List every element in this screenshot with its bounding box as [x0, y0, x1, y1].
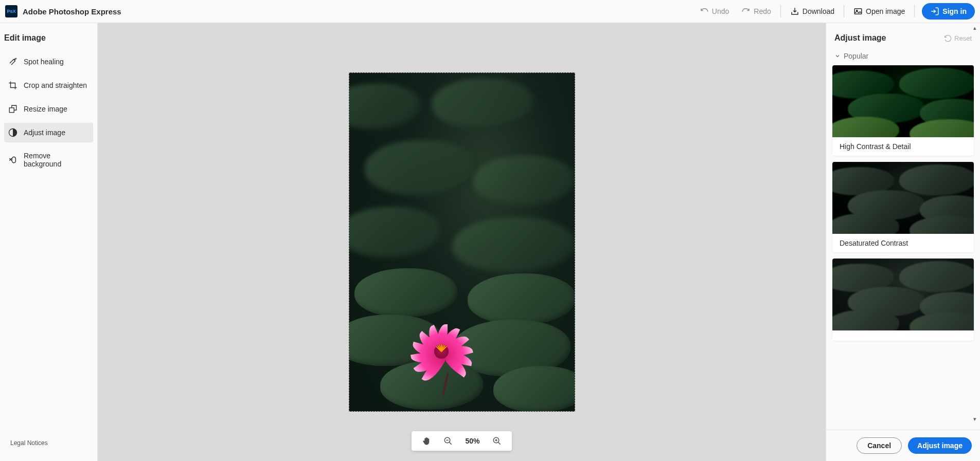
spot-healing-icon [8, 57, 17, 66]
scroll-down-icon[interactable]: ▾ [971, 415, 978, 422]
sidebar-item-label: Spot healing [24, 58, 64, 66]
image-icon [853, 7, 863, 16]
chevron-down-icon [834, 53, 841, 59]
canvas-image[interactable] [349, 72, 575, 412]
adjust-image-button[interactable]: Adjust image [908, 437, 972, 454]
zoom-toolbar: 50% [412, 431, 511, 451]
sign-in-icon [930, 7, 939, 16]
zoom-value: 50% [465, 437, 479, 445]
zoom-in-button[interactable] [492, 436, 502, 446]
preset-thumb [832, 65, 974, 137]
legal-notices-link[interactable]: Legal Notices [4, 435, 93, 451]
sidebar-item-label: Resize image [24, 105, 67, 113]
remove-bg-icon [8, 155, 17, 164]
adjust-icon [8, 128, 17, 137]
open-image-button[interactable]: Open image [847, 4, 911, 19]
sidebar-item-remove-bg[interactable]: Remove background [4, 146, 93, 173]
app-title: Adobe Photoshop Express [23, 7, 121, 16]
sign-in-button[interactable]: Sign in [922, 3, 975, 20]
download-button[interactable]: Download [784, 4, 841, 19]
redo-button[interactable]: Redo [735, 4, 777, 19]
sidebar-item-crop[interactable]: Crop and straighten [4, 76, 93, 95]
pan-hand-button[interactable] [422, 436, 431, 446]
undo-label: Undo [712, 7, 729, 15]
divider [844, 5, 844, 17]
section-popular[interactable]: Popular [826, 49, 980, 65]
reset-label: Reset [954, 34, 972, 42]
right-panel-title: Adjust image [834, 33, 886, 43]
preset-card[interactable] [832, 259, 974, 341]
crop-icon [8, 81, 17, 90]
undo-button[interactable]: Undo [693, 4, 735, 19]
preset-thumb [832, 259, 974, 330]
left-sidebar: Edit image Spot healing Crop and straigh… [0, 23, 98, 461]
preset-label: Desaturated Contrast [832, 234, 974, 252]
divider [780, 5, 781, 17]
download-label: Download [803, 7, 834, 15]
open-image-label: Open image [866, 7, 905, 15]
redo-icon [741, 7, 751, 16]
flower [396, 314, 488, 396]
canvas-area[interactable]: 50% [98, 23, 826, 461]
divider [914, 5, 915, 17]
hand-icon [422, 436, 431, 446]
svg-rect-2 [9, 108, 14, 113]
preset-desaturated[interactable]: Desaturated Contrast [832, 162, 974, 252]
sidebar-item-label: Adjust image [24, 128, 65, 137]
preset-thumb [832, 162, 974, 234]
sidebar-item-resize[interactable]: Resize image [4, 99, 93, 119]
redo-label: Redo [754, 7, 771, 15]
right-panel-footer: Cancel Adjust image [826, 430, 980, 461]
scroll-up-icon[interactable]: ▴ [971, 24, 978, 31]
app-header: PsX Adobe Photoshop Express Undo Redo Do… [0, 0, 980, 23]
reset-icon [943, 34, 952, 42]
preset-label [832, 330, 974, 341]
sidebar-item-label: Remove background [24, 152, 89, 168]
sidebar-item-label: Crop and straighten [24, 81, 87, 89]
download-icon [790, 7, 799, 16]
sign-in-label: Sign in [942, 7, 967, 15]
cancel-button[interactable]: Cancel [857, 437, 902, 454]
sidebar-title: Edit image [4, 33, 93, 52]
preset-list: High Contrast & Detail Desaturated Contr… [826, 65, 980, 430]
app-logo: PsX [5, 5, 17, 17]
right-panel: ▴ Adjust image Reset Popular [826, 23, 980, 461]
undo-icon [700, 7, 709, 16]
resize-icon [8, 104, 17, 114]
preset-high-contrast[interactable]: High Contrast & Detail [832, 65, 974, 156]
sidebar-item-spot-healing[interactable]: Spot healing [4, 52, 93, 71]
zoom-out-button[interactable] [443, 436, 453, 446]
zoom-out-icon [443, 436, 453, 446]
sidebar-item-adjust[interactable]: Adjust image [4, 123, 93, 142]
preset-label: High Contrast & Detail [832, 137, 974, 156]
svg-rect-0 [854, 9, 862, 14]
reset-button[interactable]: Reset [943, 34, 972, 42]
zoom-in-icon [492, 436, 502, 446]
section-label: Popular [844, 52, 868, 60]
